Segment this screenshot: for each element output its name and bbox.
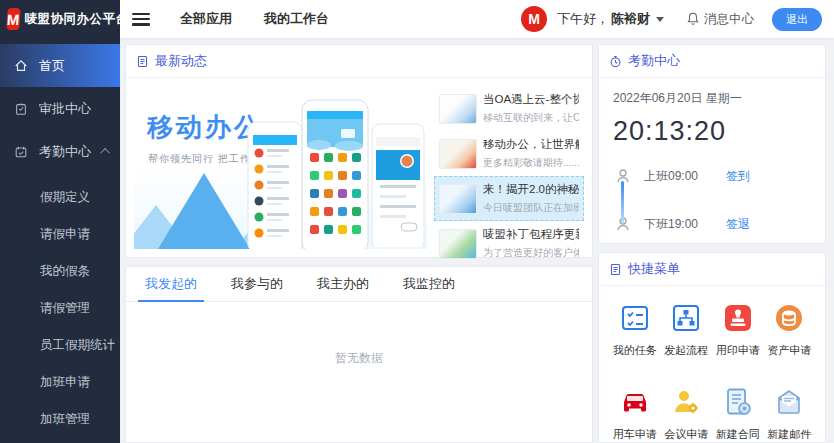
- task-list-icon: [619, 302, 651, 334]
- mail-icon: [773, 386, 805, 418]
- app-title: 唛盟协同办公平台: [25, 11, 129, 28]
- sidebar-item-label: 审批中心: [39, 100, 91, 118]
- news-thumbnail: [439, 139, 477, 169]
- news-item-title: 来！揭开2.0的神秘面纱-: [483, 182, 579, 197]
- shift-label: 上班09:00: [644, 168, 698, 185]
- stopwatch-icon: [609, 55, 622, 68]
- news-item[interactable]: 当OA遇上云-整个协同OA 移动互联的到来，让OA与云: [434, 86, 584, 131]
- quick-menu-panel: 快捷菜单 我的任务: [598, 252, 826, 443]
- quick-item-start-flow[interactable]: 发起流程: [661, 302, 713, 358]
- header-right: M 下午好，陈裕财 消息中心 退出: [521, 6, 834, 32]
- sidebar-submenu: 假期定义 请假申请 我的假条 请假管理 员工假期统计 加班申请 加班管理: [0, 173, 120, 438]
- user-greeting[interactable]: 下午好，陈裕财: [557, 10, 664, 28]
- sidebar-subitem-overtime-management[interactable]: 加班管理: [0, 401, 120, 438]
- tab-monitored-by-me[interactable]: 我监控的: [386, 267, 472, 301]
- attendance-header: 考勤中心: [599, 45, 825, 78]
- contract-icon: [722, 386, 754, 418]
- news-thumbnail: [439, 184, 477, 214]
- phone-mockup-left: [247, 121, 303, 249]
- news-item-subtitle: 为了营造更好的客户体验，唛: [483, 246, 579, 260]
- sidebar-subitem-leave-request[interactable]: 请假申请: [0, 216, 120, 253]
- phone-mockups: [247, 93, 425, 249]
- attendance-panel: 考勤中心 2022年06月20日 星期一 20:13:20 上班09:00 签到: [598, 44, 826, 244]
- quick-item-label: 新建合同: [716, 427, 760, 442]
- message-center-button[interactable]: 消息中心: [686, 11, 754, 28]
- shift-row-evening: 下班19:00 签退: [615, 209, 811, 239]
- sidebar-item-attendance-center[interactable]: 考勤中心: [0, 130, 120, 173]
- quick-item-new-mail[interactable]: 新建邮件: [764, 386, 816, 442]
- phone-mockup-right: [371, 123, 425, 247]
- news-item-active[interactable]: 来！揭开2.0的神秘面纱- 今日唛盟团队正在加班加点，: [434, 176, 584, 221]
- news-thumbnail: [439, 229, 477, 259]
- app-logo-area: M 唛盟协同办公平台: [0, 0, 120, 38]
- quick-item-label: 用车申请: [613, 427, 657, 442]
- quick-item-label: 新建邮件: [767, 427, 811, 442]
- attendance-clock: 20:13:20: [613, 116, 811, 147]
- asset-icon: [773, 302, 805, 334]
- car-icon: [619, 386, 651, 418]
- quick-item-label: 资产申请: [767, 343, 811, 358]
- latest-news-title: 最新动态: [155, 52, 207, 70]
- quick-menu-title: 快捷菜单: [628, 260, 680, 278]
- sidebar-subitem-leave-management[interactable]: 请假管理: [0, 290, 120, 327]
- quick-item-asset-request[interactable]: 资产申请: [764, 302, 816, 358]
- quick-menu-grid: 我的任务 发起流程: [599, 286, 825, 442]
- greeting-text: 下午好，: [557, 10, 609, 28]
- attendance-icon: [14, 145, 28, 159]
- banner-headline: 移动办公: [147, 110, 263, 145]
- news-list: 当OA遇上云-整个协同OA 移动互联的到来，让OA与云 移动办公，让世界触手可 …: [434, 86, 584, 249]
- quick-item-label: 会议申请: [664, 427, 708, 442]
- nav-all-apps[interactable]: 全部应用: [180, 10, 232, 28]
- sidebar-subitem-my-leave-slips[interactable]: 我的假条: [0, 253, 120, 290]
- news-banner-carousel[interactable]: 移动办公 帮你领先同行 把工作带出办公室: [134, 86, 427, 249]
- app-logo-icon: M: [6, 8, 20, 30]
- shift-row-morning: 上班09:00 签到: [615, 161, 811, 191]
- phone-mockup-center: [301, 99, 369, 249]
- check-in-link[interactable]: 签到: [726, 168, 750, 185]
- mountain-graphic: [158, 173, 250, 249]
- attendance-date: 2022年06月20日 星期一: [613, 90, 811, 107]
- sidebar-subitem-overtime-request[interactable]: 加班申请: [0, 364, 120, 401]
- timeline-connector: [621, 181, 624, 223]
- news-item-title: 移动办公，让世界触手可: [483, 137, 579, 152]
- sidebar-item-home[interactable]: 首页: [0, 44, 120, 87]
- tasks-panel: 我发起的 我参与的 我主办的 我监控的 暂无数据: [125, 266, 593, 443]
- menu-toggle-icon[interactable]: [132, 13, 150, 26]
- news-thumbnail: [439, 94, 477, 124]
- tab-hosted-by-me[interactable]: 我主办的: [300, 267, 386, 301]
- news-item-subtitle: 移动互联的到来，让OA与云: [483, 111, 579, 125]
- latest-news-panel: 最新动态 移动办公 帮你领先同行 把工作带出办公室: [125, 44, 593, 258]
- sidebar-subitem-holiday-definition[interactable]: 假期定义: [0, 179, 120, 216]
- quick-item-new-contract[interactable]: 新建合同: [712, 386, 764, 442]
- quick-item-meeting-request[interactable]: 会议申请: [661, 386, 713, 442]
- document-icon: [136, 55, 149, 68]
- user-avatar[interactable]: M: [521, 6, 547, 32]
- approval-icon: [14, 102, 28, 116]
- attendance-title: 考勤中心: [628, 52, 680, 70]
- bell-icon: [686, 12, 700, 26]
- quick-item-seal-request[interactable]: 用印申请: [712, 302, 764, 358]
- tasks-tabbar: 我发起的 我参与的 我主办的 我监控的: [126, 267, 592, 302]
- top-header: M 唛盟协同办公平台 全部应用 我的工作台 M 下午好，陈裕财 消息中心 退出: [0, 0, 834, 38]
- quick-item-my-tasks[interactable]: 我的任务: [609, 302, 661, 358]
- logout-button[interactable]: 退出: [772, 8, 822, 31]
- news-item-title: 当OA遇上云-整个协同OA: [483, 92, 579, 107]
- check-out-link[interactable]: 签退: [726, 216, 750, 233]
- sidebar: 首页 审批中心 考勤中心 假期定义 请假申请 我的假条 请假管理 员工假期统计 …: [0, 38, 120, 443]
- news-item-subtitle: 更多精彩敬请期待.......: [483, 156, 579, 170]
- meeting-icon: [670, 386, 702, 418]
- quick-item-vehicle-request[interactable]: 用车申请: [609, 386, 661, 442]
- nav-my-workbench[interactable]: 我的工作台: [264, 10, 329, 28]
- shift-label: 下班19:00: [644, 216, 698, 233]
- home-icon: [14, 59, 28, 73]
- message-center-label: 消息中心: [704, 11, 754, 28]
- tab-initiated-by-me[interactable]: 我发起的: [128, 267, 214, 301]
- tab-participated-by-me[interactable]: 我参与的: [214, 267, 300, 301]
- quick-item-label: 发起流程: [664, 343, 708, 358]
- top-nav: 全部应用 我的工作台: [180, 10, 329, 28]
- sidebar-subitem-employee-leave-stats[interactable]: 员工假期统计: [0, 327, 120, 364]
- news-item[interactable]: 移动办公，让世界触手可 更多精彩敬请期待.......: [434, 131, 584, 176]
- sidebar-item-approval-center[interactable]: 审批中心: [0, 87, 120, 130]
- news-item[interactable]: 唛盟补丁包程序更新 为了营造更好的客户体验，唛: [434, 221, 584, 266]
- quick-item-label: 我的任务: [613, 343, 657, 358]
